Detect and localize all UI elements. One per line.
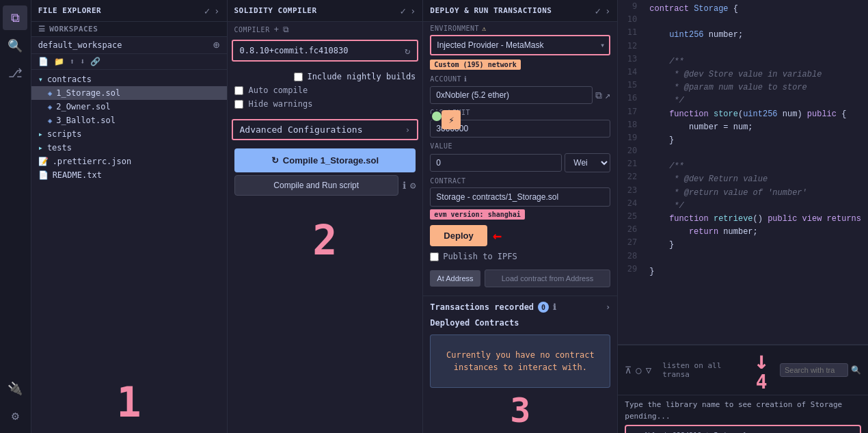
load-contract-button[interactable]: Load contract from Address bbox=[485, 270, 611, 287]
publish-ipfs-label: Publish to IPFS bbox=[443, 252, 517, 261]
expand-icon[interactable]: › bbox=[214, 5, 219, 16]
advanced-config-row[interactable]: Advanced Configurations › bbox=[232, 119, 419, 140]
workspace-add-btn[interactable]: ⊕ bbox=[213, 40, 220, 51]
terminal-search-input[interactable] bbox=[780, 363, 848, 377]
publish-ipfs-checkbox[interactable] bbox=[430, 252, 439, 261]
file-explorer-title: FILE EXPLORER bbox=[38, 6, 102, 15]
link-icon[interactable]: 🔗 bbox=[90, 57, 100, 66]
compiler-reload-btn[interactable]: ↻ bbox=[405, 45, 410, 56]
annotation-3: 3 bbox=[423, 388, 617, 433]
file-readme[interactable]: 📄 README.txt bbox=[31, 168, 227, 182]
account-row: 0xNobler (5.2 ether) ⧉ ↗ bbox=[423, 84, 617, 106]
terminal-down-icon[interactable]: ▽ bbox=[646, 365, 651, 376]
deploy-panel-title: DEPLOY & RUN TRANSACTIONS bbox=[430, 6, 552, 15]
warning-icon: ⚠ bbox=[482, 25, 487, 32]
upload-icon[interactable]: ⬆ bbox=[70, 57, 74, 66]
account-info-icon: ℹ bbox=[464, 75, 467, 83]
nightly-builds-checkbox[interactable] bbox=[294, 73, 303, 81]
file-2-owner-sol[interactable]: ◈ 2_Owner.sol bbox=[31, 100, 227, 114]
download-icon[interactable]: ⬇ bbox=[80, 57, 85, 66]
transactions-row: Transactions recorded 0 ℹ › bbox=[423, 296, 617, 315]
plugin-icon-btn[interactable]: 🔌 bbox=[3, 376, 27, 400]
info-icon[interactable]: ℹ bbox=[403, 180, 406, 191]
folder-contracts-label: contracts bbox=[47, 75, 92, 84]
environment-select[interactable]: Injected Provider - MetaMask Remix VM (S… bbox=[430, 35, 610, 55]
terminal-circle-icon[interactable]: ○ bbox=[636, 365, 641, 376]
evm-badge: evm version: shanghai bbox=[430, 209, 524, 220]
advanced-config-label: Advanced Configurations bbox=[240, 124, 363, 135]
solidity-compiler-panel: SOLIDITY COMPILER ✓ › COMPILER + ⧉ 0.8.1… bbox=[228, 0, 424, 433]
deploy-panel-header: DEPLOY & RUN TRANSACTIONS ✓ › bbox=[423, 0, 617, 22]
settings-icon-btn[interactable]: ⚙ bbox=[3, 403, 27, 428]
new-file-icon[interactable]: 📄 bbox=[38, 57, 49, 66]
tx-record: ✓ [block:9234218 txIndex:-] from: 0x84g.… bbox=[625, 425, 861, 433]
account-select[interactable]: 0xNobler (5.2 ether) bbox=[430, 86, 593, 104]
folder-tests[interactable]: ▸ tests bbox=[31, 141, 227, 155]
folder-contracts[interactable]: ▾ contracts bbox=[31, 73, 227, 86]
annotation-3-label: 3 bbox=[510, 391, 530, 430]
chevron-right-icon: › bbox=[405, 124, 411, 135]
listen-all-label: listen on all transa bbox=[662, 361, 743, 379]
terminal-collapse-icon[interactable]: ⊼ bbox=[625, 365, 632, 376]
expand-icon-3[interactable]: › bbox=[605, 5, 610, 16]
new-folder-icon[interactable]: 📁 bbox=[54, 57, 64, 66]
deploy-panel-icon: ⚡ bbox=[442, 110, 461, 129]
code-editor-area: 9 10 11 12 13 14 15 16 17 18 19 20 21 22… bbox=[618, 0, 868, 433]
compile-button[interactable]: ↻ Compile 1_Storage.sol bbox=[234, 148, 416, 172]
hide-warnings-checkbox[interactable] bbox=[234, 100, 243, 109]
value-input[interactable] bbox=[430, 154, 562, 172]
auto-compile-checkbox[interactable] bbox=[234, 86, 243, 95]
settings-icon-2[interactable]: ⚙ bbox=[410, 180, 416, 191]
source-control-icon-btn[interactable]: ⎇ bbox=[3, 60, 27, 85]
search-icon-terminal[interactable]: 🔍 bbox=[851, 365, 861, 375]
contract-label-text: CONTRACT bbox=[430, 177, 465, 185]
file-explorer-panel: FILE EXPLORER ✓ › ☰ WORKSPACES default_w… bbox=[31, 0, 228, 433]
deploy-button[interactable]: Deploy bbox=[430, 225, 487, 246]
compiler-section-label: COMPILER bbox=[234, 26, 270, 34]
workspace-name-row: default_workspace ⊕ bbox=[31, 37, 227, 54]
copy-account-icon[interactable]: ⧉ bbox=[595, 90, 602, 101]
copy-compiler-icon[interactable]: ⧉ bbox=[283, 25, 289, 34]
arrow-annotation-deploy: ← bbox=[493, 227, 502, 244]
nightly-builds-label: Include nightly builds bbox=[307, 72, 416, 81]
deploy-btn-row: Deploy ← bbox=[430, 225, 610, 246]
file-3-ballot-sol[interactable]: ◈ 3_Ballot.sol bbox=[31, 114, 227, 127]
line-numbers: 9 10 11 12 13 14 15 16 17 18 19 20 21 22… bbox=[618, 0, 642, 276]
txt-file-icon: 📄 bbox=[38, 170, 49, 180]
annotation-4-label: 4 bbox=[756, 373, 768, 392]
file-prettierrc[interactable]: 📝 .prettierrc.json bbox=[31, 155, 227, 168]
hide-warnings-label: Hide warnings bbox=[249, 99, 313, 109]
workspaces-bar: ☰ WORKSPACES bbox=[31, 22, 227, 37]
file-1-storage-sol[interactable]: ◈ 1_Storage.sol ← bbox=[31, 86, 227, 100]
hamburger-icon[interactable]: ☰ bbox=[38, 25, 46, 34]
code-editor[interactable]: 9 10 11 12 13 14 15 16 17 18 19 20 21 22… bbox=[618, 0, 868, 344]
terminal: ⊼ ○ ▽ listen on all transa ↓ 4 🔍 Type th… bbox=[618, 344, 868, 433]
add-compiler-icon[interactable]: + bbox=[274, 25, 279, 34]
account-label-text: ACCOUNT bbox=[430, 75, 461, 83]
network-badge: Custom (195) network bbox=[430, 60, 520, 70]
chevron-right-tx-icon[interactable]: › bbox=[606, 302, 610, 312]
at-address-button[interactable]: At Address bbox=[430, 270, 480, 287]
expand-icon-2[interactable]: › bbox=[410, 5, 416, 16]
value-unit-select[interactable]: Wei Gwei Ether bbox=[565, 153, 610, 172]
auto-compile-row: Auto compile bbox=[234, 83, 416, 97]
file-2-owner-label: 2_Owner.sol bbox=[56, 102, 110, 111]
icon-sidebar: ⧉ 🔍 ⎇ 🔌 ⚙ bbox=[0, 0, 31, 433]
folder-scripts[interactable]: ▸ scripts bbox=[31, 127, 227, 141]
contract-select-wrapper: Storage - contracts/1_Storage.sol bbox=[430, 187, 610, 207]
compile-run-button[interactable]: Compile and Run script bbox=[234, 175, 398, 196]
terminal-header: ⊼ ○ ▽ listen on all transa ↓ 4 🔍 bbox=[618, 345, 868, 395]
files-icon-btn[interactable]: ⧉ bbox=[3, 5, 27, 30]
terminal-message: Type the library name to see creation of… bbox=[625, 399, 861, 422]
annotation-4-wrapper: ↓ 4 bbox=[754, 348, 769, 392]
contract-select[interactable]: Storage - contracts/1_Storage.sol bbox=[430, 187, 610, 207]
search-icon-btn[interactable]: 🔍 bbox=[3, 33, 27, 57]
code-content: contract Storage { uint256 number; /** *… bbox=[642, 0, 868, 281]
compiler-options: Include nightly builds Auto compile Hide… bbox=[228, 66, 423, 115]
no-contracts-message: Currently you have no contract instances… bbox=[446, 350, 595, 372]
checkmark-icon-3: ✓ bbox=[595, 5, 600, 16]
solidity-compiler-title: SOLIDITY COMPILER bbox=[234, 6, 317, 15]
checkmark-icon: ✓ bbox=[204, 5, 210, 16]
account-input-row: 0xNobler (5.2 ether) ⧉ ↗ bbox=[430, 86, 610, 104]
external-link-icon[interactable]: ↗ bbox=[605, 90, 610, 101]
